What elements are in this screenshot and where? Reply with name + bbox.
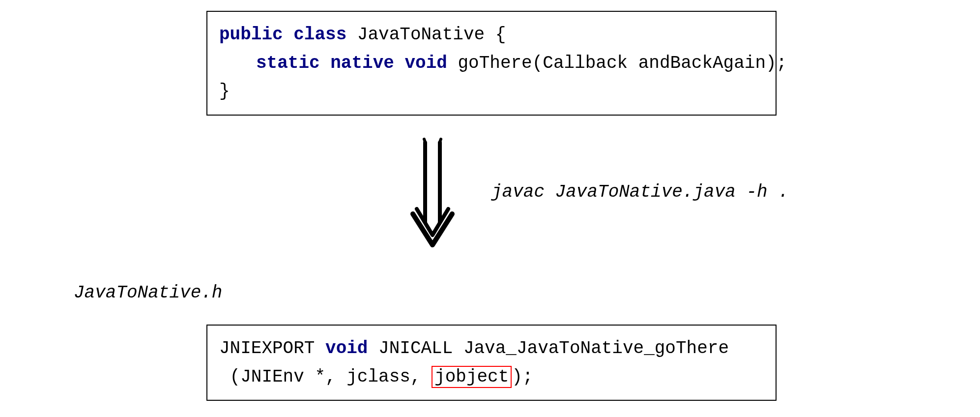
java-source-code-box: public class JavaToNative { static nativ… — [206, 11, 777, 116]
header-file-code-box: JNIEXPORT void JNICALL Java_JavaToNative… — [206, 325, 777, 401]
keyword-native: native — [330, 53, 394, 73]
keyword-public: public — [219, 25, 283, 45]
command-label: javac JavaToNative.java -h . — [491, 182, 789, 202]
output-file-label: JavaToNative.h — [74, 283, 222, 303]
code-text: JNIEXPORT — [219, 338, 325, 358]
keyword-class: class — [293, 25, 346, 45]
code-line-1: JNIEXPORT void JNICALL Java_JavaToNative… — [219, 334, 764, 363]
highlighted-jobject: jobject — [432, 366, 512, 388]
code-text: (JNIEnv *, jclass, — [219, 367, 432, 387]
down-arrow-icon — [403, 138, 462, 251]
code-line-1: public class JavaToNative { — [219, 21, 764, 49]
keyword-void: void — [404, 53, 447, 73]
code-line-3: } — [219, 77, 764, 106]
keyword-static: static — [256, 53, 320, 73]
keyword-void: void — [325, 338, 368, 358]
code-text: JavaToNative { — [346, 25, 506, 45]
code-text: JNICALL Java_JavaToNative_goThere — [368, 338, 729, 358]
code-text: ); — [512, 367, 533, 387]
code-line-2: (JNIEnv *, jclass, jobject); — [219, 363, 764, 391]
code-text: goThere(Callback andBackAgain); — [447, 53, 787, 73]
code-line-2: static native void goThere(Callback andB… — [219, 49, 764, 78]
